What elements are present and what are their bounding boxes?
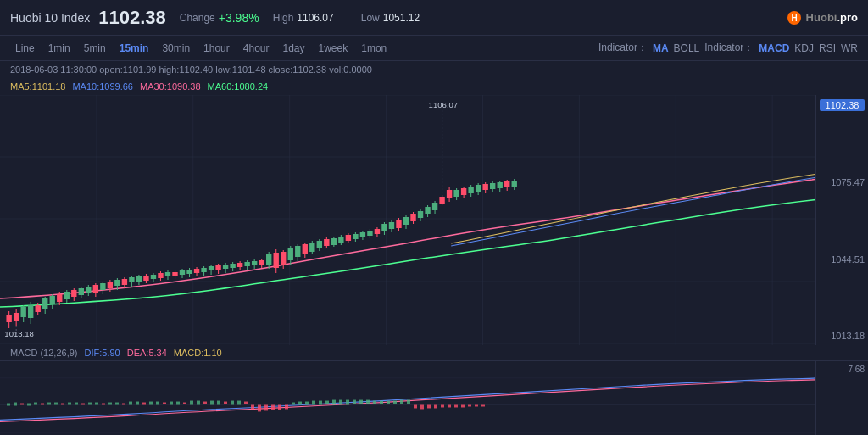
svg-rect-211 — [319, 401, 322, 405]
svg-rect-171 — [47, 403, 51, 405]
tab-1week[interactable]: 1week — [314, 41, 353, 56]
svg-rect-188 — [163, 403, 166, 404]
tab-4hour[interactable]: 4hour — [238, 41, 275, 56]
tab-line[interactable]: Line — [10, 41, 40, 56]
indicator-macd[interactable]: MACD — [759, 42, 789, 54]
macd-top-price: 7.68 — [820, 365, 865, 374]
current-price-label: 1102.38 — [820, 99, 865, 111]
svg-rect-100 — [303, 244, 308, 254]
svg-rect-190 — [176, 402, 180, 405]
svg-rect-204 — [271, 405, 275, 410]
tab-30min[interactable]: 30min — [157, 41, 195, 56]
change-value: +3.98% — [219, 11, 259, 25]
svg-rect-30 — [50, 296, 55, 304]
svg-rect-134 — [425, 207, 430, 214]
svg-rect-203 — [264, 405, 268, 411]
low-value: 1051.12 — [383, 12, 420, 24]
svg-rect-202 — [258, 405, 261, 412]
svg-rect-215 — [346, 400, 349, 405]
svg-rect-66 — [180, 270, 185, 275]
svg-rect-181 — [115, 403, 119, 405]
svg-rect-124 — [389, 222, 394, 229]
svg-rect-184 — [136, 402, 139, 405]
logo-text: Huobi.pro — [806, 11, 858, 24]
main-chart[interactable]: 1013.18 — [0, 95, 868, 345]
svg-rect-92 — [274, 253, 279, 268]
svg-rect-213 — [332, 400, 336, 405]
svg-rect-214 — [339, 400, 342, 405]
svg-rect-206 — [285, 405, 288, 410]
svg-rect-166 — [14, 403, 17, 406]
svg-rect-16 — [6, 315, 11, 322]
svg-rect-140 — [439, 197, 444, 204]
logo: H Huobi.pro — [787, 10, 858, 25]
svg-rect-26 — [36, 305, 41, 312]
svg-rect-170 — [41, 404, 44, 405]
svg-rect-177 — [88, 403, 92, 405]
svg-rect-198 — [231, 401, 234, 405]
tab-5min[interactable]: 5min — [79, 41, 111, 56]
svg-rect-208 — [298, 402, 302, 405]
header: Huobi 10 Index 1102.38 Change +3.98% Hig… — [0, 0, 868, 36]
svg-rect-38 — [79, 288, 84, 295]
indicator-section: Indicator： MA BOLL Indicator： MACD KDJ R… — [598, 41, 858, 55]
svg-rect-150 — [476, 185, 481, 192]
svg-rect-76 — [215, 265, 220, 270]
svg-rect-233 — [468, 405, 471, 407]
tab-15min[interactable]: 15min — [114, 41, 154, 56]
price-level-3: 1013.18 — [820, 331, 865, 341]
current-price: 1102.38 — [98, 7, 166, 29]
svg-rect-34 — [64, 292, 70, 299]
tab-1min[interactable]: 1min — [43, 41, 75, 56]
svg-rect-225 — [414, 405, 417, 409]
svg-rect-173 — [61, 404, 64, 405]
tab-1mon[interactable]: 1mon — [356, 41, 392, 56]
tab-1day[interactable]: 1day — [278, 41, 310, 56]
svg-rect-146 — [461, 188, 466, 195]
indicator-wr[interactable]: WR — [841, 42, 858, 54]
low-label: Low — [361, 12, 380, 24]
svg-rect-158 — [504, 181, 509, 187]
svg-rect-199 — [237, 401, 241, 405]
indicator-boll[interactable]: BOLL — [674, 42, 700, 54]
svg-rect-118 — [367, 231, 372, 236]
indicator-ma[interactable]: MA — [653, 42, 669, 54]
ma-bar: MA5:1101.18 MA10:1099.66 MA30:1090.38 MA… — [0, 78, 868, 95]
price-axis: 1102.38 1075.47 1044.51 1013.18 — [815, 95, 868, 345]
dif-section: DIF:5.90 — [84, 348, 120, 358]
svg-rect-116 — [360, 232, 365, 237]
svg-rect-18 — [14, 313, 19, 321]
ma5-value: MA5:1101.18 — [10, 81, 65, 92]
svg-rect-212 — [326, 401, 329, 404]
high-label: High — [273, 12, 294, 24]
svg-rect-183 — [129, 402, 132, 405]
info-bar: 2018-06-03 11:30:00 open:1101.99 high:11… — [0, 61, 868, 78]
svg-rect-219 — [373, 401, 376, 404]
svg-rect-86 — [252, 261, 257, 265]
indicator-rsi[interactable]: RSI — [819, 42, 836, 54]
svg-rect-231 — [454, 405, 458, 408]
svg-rect-94 — [281, 252, 286, 265]
svg-rect-122 — [381, 224, 387, 231]
svg-rect-168 — [27, 404, 31, 406]
svg-rect-156 — [498, 182, 503, 188]
svg-rect-62 — [165, 272, 170, 276]
svg-rect-217 — [359, 400, 363, 404]
svg-rect-205 — [278, 405, 281, 410]
svg-rect-226 — [420, 405, 424, 410]
svg-rect-216 — [353, 400, 356, 404]
macd-chart[interactable]: 7.68 -4.29 — [0, 360, 868, 435]
indicator-kdj[interactable]: KDJ — [794, 42, 814, 54]
svg-rect-224 — [407, 400, 410, 404]
tab-1hour[interactable]: 1hour — [198, 41, 235, 56]
svg-rect-144 — [453, 190, 459, 197]
svg-rect-50 — [122, 279, 127, 285]
svg-rect-169 — [34, 403, 37, 405]
svg-rect-230 — [448, 405, 451, 408]
price-level-2: 1044.51 — [820, 254, 865, 265]
svg-rect-112 — [346, 235, 351, 241]
svg-rect-56 — [143, 276, 148, 281]
logo-icon: H — [787, 10, 802, 25]
svg-rect-165 — [7, 404, 10, 406]
svg-rect-36 — [71, 290, 76, 297]
